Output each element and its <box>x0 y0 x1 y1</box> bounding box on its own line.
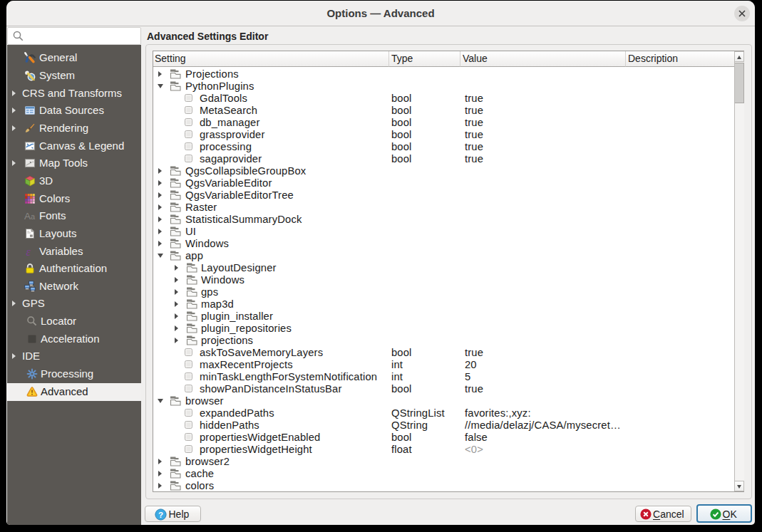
svg-text:a: a <box>31 212 36 221</box>
svg-text:A: A <box>24 211 31 221</box>
svg-text:?: ? <box>158 511 163 519</box>
svg-text:ε: ε <box>26 246 31 257</box>
